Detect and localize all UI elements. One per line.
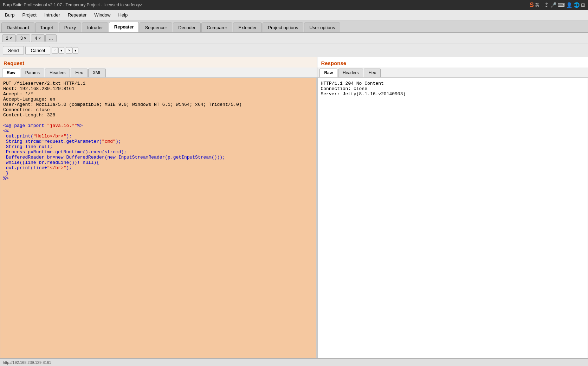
user-icon[interactable]: 👤 xyxy=(566,2,572,8)
sub-tab-more[interactable]: ... xyxy=(45,34,57,42)
next-button[interactable]: > xyxy=(66,47,72,54)
tab-target[interactable]: Target xyxy=(35,23,58,32)
title-bar: Burp Suite Professional v2.1.07 - Tempor… xyxy=(0,0,588,10)
tab-proxy[interactable]: Proxy xyxy=(59,23,81,32)
tab-sequencer[interactable]: Sequencer xyxy=(140,23,172,32)
req-tab-hex[interactable]: Hex xyxy=(71,69,87,77)
req-tab-raw[interactable]: Raw xyxy=(2,69,20,77)
sub-tab-4[interactable]: 4 × xyxy=(31,34,45,42)
window-title: Burp Suite Professional v2.1.07 - Tempor… xyxy=(3,2,142,7)
prev-button[interactable]: < xyxy=(52,47,58,54)
menu-window[interactable]: Window xyxy=(91,11,114,19)
title-icons: S 英 ·, ⏱ 🎤 ⌨ 👤 🌐 ⊞ xyxy=(530,1,585,9)
menu-intruder[interactable]: Intruder xyxy=(41,11,64,19)
content-area: Request Raw Params Headers Hex XML PUT /… xyxy=(0,57,588,366)
toolbar: Send Cancel < ▾ > ▾ xyxy=(0,44,588,57)
response-subtabs: Raw Headers Hex xyxy=(317,68,588,78)
grid-icon[interactable]: ⊞ xyxy=(581,2,585,8)
response-title: Response xyxy=(317,57,588,68)
prev-nav-group: < ▾ xyxy=(52,47,64,54)
status-url: http://192.168.239.129:8161 xyxy=(3,360,51,365)
tab-intruder[interactable]: Intruder xyxy=(82,23,108,32)
menu-help[interactable]: Help xyxy=(115,11,131,19)
next-nav-group: > ▾ xyxy=(66,47,78,54)
menu-burp[interactable]: Burp xyxy=(1,11,18,19)
main-tab-bar: Dashboard Target Proxy Intruder Repeater… xyxy=(0,20,588,33)
dots-icon[interactable]: ·, xyxy=(541,3,543,7)
tab-extender[interactable]: Extender xyxy=(233,23,262,32)
req-tab-xml[interactable]: XML xyxy=(88,69,106,77)
response-body[interactable]: HTTP/1.1 204 No Content Connection: clos… xyxy=(317,78,588,366)
cancel-button[interactable]: Cancel xyxy=(25,46,50,55)
request-body[interactable]: PUT /fileserver/2.txt HTTP/1.1 Host: 192… xyxy=(0,78,317,366)
tab-comparer[interactable]: Comparer xyxy=(201,23,232,32)
tab-decoder[interactable]: Decoder xyxy=(173,23,201,32)
globe-icon[interactable]: 🌐 xyxy=(574,2,580,8)
req-tab-headers[interactable]: Headers xyxy=(45,69,70,77)
resp-tab-headers[interactable]: Headers xyxy=(338,69,363,77)
tab-repeater[interactable]: Repeater xyxy=(109,22,139,32)
prev-dropdown-button[interactable]: ▾ xyxy=(58,47,64,54)
menu-bar: Burp Project Intruder Repeater Window He… xyxy=(0,10,588,20)
sub-tab-3[interactable]: 3 × xyxy=(17,34,30,42)
mic-icon[interactable]: 🎤 xyxy=(550,2,556,8)
menu-project[interactable]: Project xyxy=(19,11,40,19)
request-subtabs: Raw Params Headers Hex XML xyxy=(0,68,317,78)
request-title: Request xyxy=(0,57,317,68)
lang-icon[interactable]: 英 xyxy=(535,2,539,8)
status-bar: http://192.168.239.129:8161 xyxy=(0,358,588,366)
request-panel: Request Raw Params Headers Hex XML PUT /… xyxy=(0,57,317,366)
tab-user-options[interactable]: User options xyxy=(304,23,340,32)
resp-tab-hex[interactable]: Hex xyxy=(364,69,380,77)
sub-tab-2[interactable]: 2 × xyxy=(2,34,16,42)
tab-dashboard[interactable]: Dashboard xyxy=(1,23,34,32)
response-panel: Response Raw Headers Hex HTTP/1.1 204 No… xyxy=(317,57,588,366)
next-dropdown-button[interactable]: ▾ xyxy=(72,47,78,54)
tab-project-options[interactable]: Project options xyxy=(263,23,303,32)
resp-tab-raw[interactable]: Raw xyxy=(319,69,337,77)
keyboard-icon[interactable]: ⌨ xyxy=(558,2,565,8)
req-tab-params[interactable]: Params xyxy=(21,69,44,77)
burp-logo-icon: S xyxy=(530,1,534,9)
menu-repeater[interactable]: Repeater xyxy=(64,11,90,19)
clock-icon[interactable]: ⏱ xyxy=(544,2,549,8)
send-button[interactable]: Send xyxy=(3,46,24,55)
repeater-sub-tabs: 2 × 3 × 4 × ... xyxy=(0,33,588,44)
